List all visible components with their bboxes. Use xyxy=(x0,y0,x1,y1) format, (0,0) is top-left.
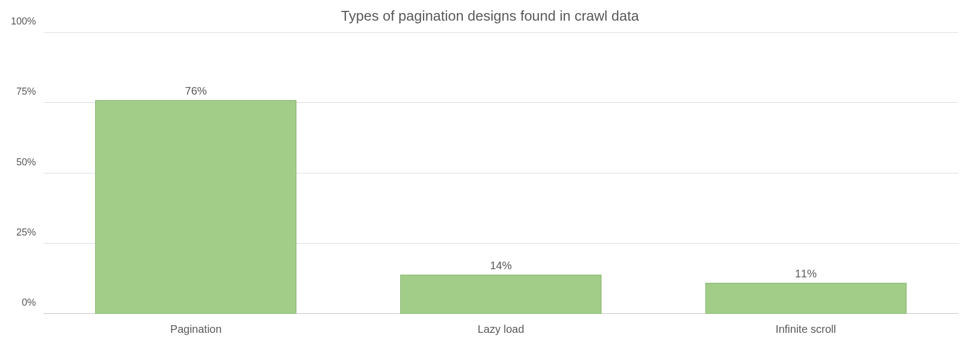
bar-value-0: 76 xyxy=(185,85,197,97)
plot: 100% 75% 50% 25% 0% 76% 14% 11% xyxy=(44,33,958,314)
y-tick-0: 0% xyxy=(22,297,44,308)
chart-plot-area: 100% 75% 50% 25% 0% 76% 14% 11% xyxy=(44,33,958,314)
bar-slot-pagination: 76% xyxy=(44,33,349,314)
bar-value-2: 11 xyxy=(795,268,807,280)
bar-label-pagination: 76% xyxy=(96,85,296,101)
bar-slot-infinite-scroll: 11% xyxy=(653,33,958,314)
bar-pagination: 76% xyxy=(95,100,296,314)
y-tick-25: 25% xyxy=(16,226,44,238)
y-tick-100: 100% xyxy=(11,16,44,27)
percent-suffix: % xyxy=(197,85,207,97)
bar-slot-lazy-load: 14% xyxy=(349,33,654,314)
x-label-lazy-load: Lazy load xyxy=(349,323,654,336)
y-tick-50: 50% xyxy=(16,156,44,168)
bar-infinite-scroll: 11% xyxy=(705,283,907,314)
bar-lazy-load: 14% xyxy=(400,275,601,314)
bars-container: 76% 14% 11% xyxy=(44,33,958,314)
y-tick-75: 75% xyxy=(16,86,44,97)
bar-label-infinite-scroll: 11% xyxy=(706,268,906,283)
chart-title: Types of pagination designs found in cra… xyxy=(0,0,980,29)
percent-suffix: % xyxy=(807,268,817,280)
x-label-pagination: Pagination xyxy=(44,323,349,336)
x-label-infinite-scroll: Infinite scroll xyxy=(653,323,958,336)
bar-value-1: 14 xyxy=(490,259,502,271)
percent-suffix: % xyxy=(502,259,512,271)
bar-label-lazy-load: 14% xyxy=(401,259,601,275)
x-axis-labels: Pagination Lazy load Infinite scroll xyxy=(44,323,958,336)
